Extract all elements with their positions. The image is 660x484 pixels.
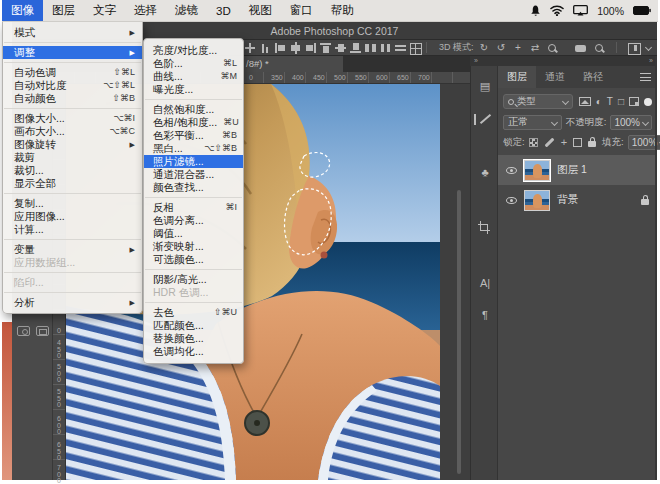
dist-top-icon[interactable] — [319, 42, 332, 54]
roll-icon[interactable]: ↺ — [495, 42, 508, 53]
orbit-icon[interactable]: ↻ — [478, 42, 491, 53]
menu-item[interactable]: 调整▶ — [3, 46, 142, 59]
menu-item[interactable]: 照片滤镜... — [144, 155, 243, 168]
menu-item[interactable]: 曲线...⌘M — [144, 70, 243, 83]
layer-filter-type-select[interactable]: 类型 — [503, 94, 573, 109]
align-center-icon[interactable] — [289, 42, 302, 54]
menu-item[interactable]: 画布大小...⌥⌘C — [3, 125, 142, 138]
notification-bell-icon[interactable] — [530, 4, 541, 17]
adjustment-filter-icon[interactable]: ◐ — [596, 96, 602, 107]
menu-item[interactable]: 匹配颜色... — [144, 319, 243, 332]
shape-filter-icon[interactable]: □ — [618, 96, 624, 107]
align-right-icon[interactable] — [304, 42, 317, 54]
menu-item[interactable]: 裁切... — [3, 164, 142, 177]
workspace-switcher-icon[interactable] — [627, 42, 640, 54]
paragraph-icon[interactable]: ¶ — [471, 309, 499, 321]
menu-item[interactable]: 色阶...⌘L — [144, 57, 243, 70]
visibility-eye-icon[interactable] — [506, 197, 517, 204]
menu-item[interactable]: 可选颜色... — [144, 253, 243, 266]
collapse-panels-icon[interactable]: » — [474, 56, 478, 66]
menu-item[interactable]: 裁剪 — [3, 151, 142, 164]
lock-all-icon[interactable] — [588, 141, 596, 147]
dist-bottom-icon[interactable] — [349, 42, 362, 54]
layer-thumbnail[interactable] — [524, 190, 550, 211]
align-h3-icon[interactable] — [394, 42, 407, 54]
quick-mask-button[interactable] — [17, 326, 30, 336]
menu-item[interactable]: 变量▶ — [3, 243, 142, 256]
menu-item[interactable]: 自然饱和度... — [144, 103, 243, 116]
zoom-icon[interactable] — [546, 42, 559, 54]
menubar-item-6[interactable]: 3D — [207, 0, 240, 21]
panel-tab-1[interactable]: 图层 — [498, 66, 536, 88]
chevron-down-icon[interactable] — [645, 44, 652, 51]
lock-transparent-icon[interactable] — [529, 138, 538, 147]
menu-item[interactable]: 分析▶ — [3, 296, 142, 309]
canvas-scrollbar[interactable] — [457, 190, 461, 474]
menu-item[interactable]: 自动颜色⇧⌘B — [3, 92, 142, 105]
lock-artboard-icon[interactable] — [573, 138, 582, 147]
measure-icon[interactable] — [259, 42, 272, 54]
menu-item[interactable]: 图像大小...⌥⌘I — [3, 112, 142, 125]
menubar-item-7[interactable]: 视图 — [240, 0, 281, 21]
panel-tab-2[interactable]: 通道 — [536, 66, 574, 88]
screen-mode-button[interactable] — [36, 326, 49, 336]
menubar-item-5[interactable]: 滤镜 — [166, 0, 207, 21]
grid-icon[interactable] — [409, 42, 422, 54]
filter-toggle-icon[interactable] — [644, 98, 652, 106]
menu-item[interactable]: 曝光度... — [144, 83, 243, 96]
slide-icon[interactable]: ⇄ — [529, 42, 542, 53]
panel-menu-icon[interactable] — [640, 73, 651, 81]
menu-item[interactable]: 图像旋转▶ — [3, 138, 142, 151]
lock-pixels-icon[interactable] — [544, 137, 554, 147]
menu-item[interactable]: 色相/饱和度...⌘U — [144, 116, 243, 129]
layer-thumbnail[interactable] — [524, 160, 550, 181]
align-h1-icon[interactable] — [364, 42, 377, 54]
smart-filter-icon[interactable] — [629, 97, 639, 106]
type-filter-icon[interactable]: T — [607, 96, 613, 107]
zoom-tool-icon[interactable] — [593, 42, 606, 54]
blend-mode-select[interactable]: 正常 — [503, 115, 562, 130]
menubar-item-4[interactable]: 选择 — [125, 0, 166, 21]
menu-item[interactable]: 自动色调⇧⌘L — [3, 66, 142, 79]
opacity-input[interactable]: 100% — [610, 115, 652, 130]
menu-item[interactable]: 自动对比度⌥⇧⌘L — [3, 79, 142, 92]
menu-item[interactable]: 黑白...⌥⇧⌘B — [144, 142, 243, 155]
menubar-item-1[interactable]: 图像 — [2, 0, 43, 21]
layer-row[interactable]: 背景 — [498, 185, 657, 215]
crop-icon[interactable] — [471, 221, 499, 234]
pan-icon[interactable]: + — [512, 42, 525, 53]
menu-item[interactable]: 显示全部 — [3, 177, 142, 190]
menu-item[interactable]: 去色⇧⌘U — [144, 306, 243, 319]
menu-item[interactable]: 色调分离... — [144, 214, 243, 227]
pixel-filter-icon[interactable] — [579, 97, 591, 106]
menu-item[interactable]: 应用图像... — [3, 210, 142, 223]
menu-item[interactable]: 复制... — [3, 197, 142, 210]
lock-position-icon[interactable]: + — [561, 137, 567, 147]
notes-icon[interactable]: ▤ — [471, 80, 499, 93]
menubar-item-3[interactable]: 文字 — [84, 0, 125, 21]
wifi-icon[interactable] — [550, 5, 564, 16]
panel-tab-3[interactable]: 路径 — [574, 66, 612, 88]
menu-item[interactable]: 反相⌘I — [144, 201, 243, 214]
menubar-item-9[interactable]: 帮助 — [322, 0, 363, 21]
menu-item[interactable]: 阈值... — [144, 227, 243, 240]
layer-row[interactable]: 图层 1 — [498, 155, 657, 185]
visibility-eye-icon[interactable] — [506, 167, 517, 174]
menu-item[interactable]: 模式▶ — [3, 26, 142, 39]
menu-item[interactable]: 颜色查找... — [144, 181, 243, 194]
shape-icon[interactable]: ♣ — [471, 166, 499, 178]
camera-icon[interactable] — [574, 42, 587, 54]
align-h2-icon[interactable] — [379, 42, 392, 54]
menu-item[interactable]: 通道混合器... — [144, 168, 243, 181]
airplay-display-icon[interactable] — [573, 5, 588, 16]
type-icon[interactable]: A| — [471, 277, 499, 289]
menu-item[interactable]: 计算... — [3, 223, 142, 236]
menu-item[interactable]: 替换颜色... — [144, 332, 243, 345]
dist-middle-icon[interactable] — [334, 42, 347, 54]
menubar-item-8[interactable]: 窗口 — [281, 0, 322, 21]
anchor-icon[interactable] — [244, 42, 257, 54]
menu-item[interactable]: 渐变映射... — [144, 240, 243, 253]
collapse-panels-icon[interactable]: » — [649, 56, 653, 66]
menu-item[interactable]: 色调均化... — [144, 345, 243, 358]
menu-item[interactable]: 色彩平衡...⌘B — [144, 129, 243, 142]
